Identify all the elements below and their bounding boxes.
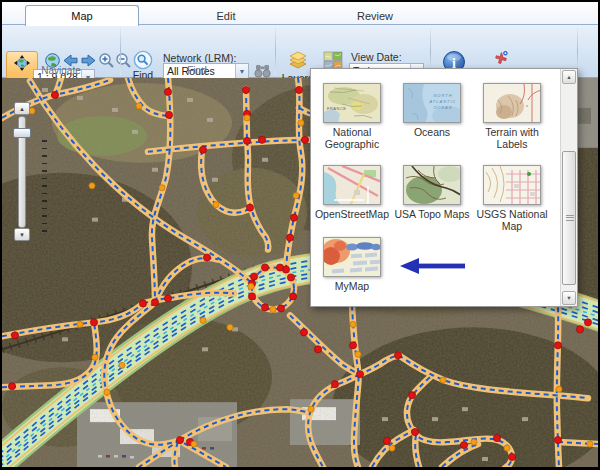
basemap-item-oceans[interactable]: NORTH ATLANTIC OCEAN Oceans	[393, 83, 471, 138]
basemap-thumbnail[interactable]	[323, 165, 381, 205]
basemap-item-usgs-national-map[interactable]: USGS National Map	[473, 165, 551, 232]
thumb-text: NORTH ATLANTIC OCEAN	[426, 93, 460, 111]
basemap-thumbnail[interactable]	[483, 165, 541, 205]
find-group-label: Find	[147, 65, 247, 76]
binoculars-icon[interactable]	[254, 63, 271, 79]
basemap-item-usa-topo-maps[interactable]: USA Topo Maps	[393, 165, 471, 220]
tab-edit[interactable]: Edit	[197, 5, 255, 26]
zoom-slider-up-button[interactable]: ▲	[14, 102, 30, 115]
group-separator	[275, 28, 276, 75]
basemap-thumbnail[interactable]: FRANCE	[323, 83, 381, 123]
zoom-slider-thumb[interactable]	[13, 128, 31, 138]
basemap-item-label: Oceans	[393, 126, 471, 138]
scrollbar-grip	[566, 215, 574, 221]
application-window: Map Edit Review Pan	[0, 0, 600, 470]
thumb-text: FRANCE	[327, 106, 346, 111]
basemap-item-national-geographic[interactable]: FRANCE National Geographic	[313, 83, 391, 150]
basemap-item-terrain-with-labels[interactable]: Terrain with Labels	[473, 83, 551, 150]
ribbon-tabstrip: Map Edit Review	[2, 2, 598, 25]
tab-review[interactable]: Review	[345, 5, 405, 26]
basemap-thumbnail[interactable]	[483, 83, 541, 123]
annotation-arrow	[397, 257, 469, 275]
basemap-item-label: OpenStreetMap	[313, 208, 391, 220]
tab-map[interactable]: Map	[25, 5, 139, 26]
basemap-gallery-panel: FRANCE National Geographic NORTH ATLANTI…	[310, 68, 578, 307]
zoom-slider-ticks	[42, 140, 47, 232]
layers-icon	[287, 51, 309, 71]
gallery-scrollbar[interactable]: ▲ ▼	[560, 69, 577, 306]
basemap-item-label: USA Topo Maps	[393, 208, 471, 220]
basemap-item-label: USGS National Map	[473, 208, 551, 232]
navigate-group-label: Navigate	[11, 65, 111, 76]
zoom-slider-down-button[interactable]: ▼	[14, 228, 30, 241]
basemap-item-label: National Geographic	[313, 126, 391, 150]
basemap-thumbnail[interactable]	[323, 237, 381, 277]
add-identify-point-icon[interactable]	[493, 50, 509, 66]
app-surface: Map Edit Review Pan	[2, 2, 598, 467]
basemap-item-label: MyMap	[313, 280, 391, 292]
scrollbar-thumb[interactable]	[562, 151, 576, 285]
basemap-thumbnail[interactable]	[403, 165, 461, 205]
basemap-item-label: Terrain with Labels	[473, 126, 551, 150]
basemap-item-mymap[interactable]: MyMap	[313, 237, 391, 292]
group-separator	[120, 28, 121, 75]
scrollbar-down-arrow[interactable]: ▼	[562, 291, 576, 305]
scrollbar-up-arrow[interactable]: ▲	[562, 70, 576, 84]
basemap-thumbnail[interactable]: NORTH ATLANTIC OCEAN	[403, 83, 461, 123]
basemap-item-openstreetmap[interactable]: OpenStreetMap	[313, 165, 391, 220]
view-date-label: View Date:	[351, 51, 402, 63]
map-zoom-slider[interactable]: ▲ ▼	[14, 102, 50, 242]
